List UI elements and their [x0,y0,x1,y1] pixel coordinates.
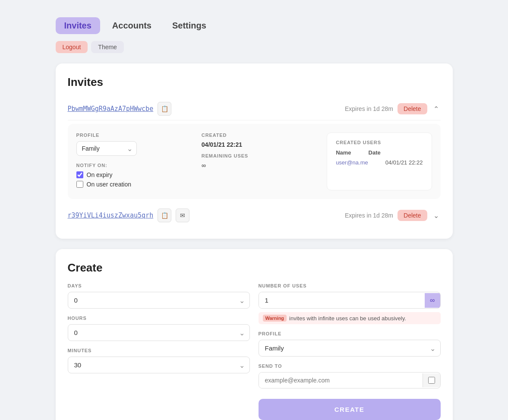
invites-title: Invites [68,76,441,89]
days-select[interactable]: 0 1 2 3 7 [68,292,250,309]
notify-label: NOTIFY ON: [76,163,184,168]
created-value: 04/01/21 22:21 [202,141,309,148]
hours-select-wrapper: 0 1 6 12 24 ⌄ [68,324,250,341]
created-label: CREATED [202,133,309,138]
notify-expiry-label: On expiry [87,171,113,178]
create-title: Create [68,261,441,275]
logout-button[interactable]: Logout [56,41,88,53]
minutes-label: MINUTES [68,348,250,353]
create-button[interactable]: CREATE [259,399,441,420]
notify-expiry-row: On expiry [76,171,184,178]
notify-user-label: On user creation [87,181,132,188]
remaining-label: REMAINING USES [202,153,309,158]
created-users-box: CREATED USERS Name Date user@na.me 04/01… [327,133,432,190]
send-to-checkbox[interactable] [428,377,435,384]
cu-date-header: Date [369,149,381,156]
invite-expiry-1: Expires in 1d 28m [176,105,393,112]
copy-button-1[interactable]: 📋 [158,102,171,116]
minutes-select[interactable]: 0 15 30 45 [68,357,250,373]
send-to-input[interactable] [259,373,423,388]
notify-user-checkbox[interactable] [76,181,83,188]
notify-user-row: On user creation [76,181,184,188]
invite-expanded-1: PROFILE Family ⌄ NOTIFY ON: On expiry [68,124,441,199]
hours-label: HOURS [68,316,250,321]
create-profile-select-wrapper: Family ⌄ [259,340,441,357]
infinity-button[interactable]: ∞ [425,293,440,308]
profile-group: PROFILE Family ⌄ [259,331,441,357]
send-to-wrapper [259,372,441,388]
warning-text: invites with infinite uses can be used a… [289,315,406,322]
invite-code-2[interactable]: r39YiVLi4iuszZwxau5qrh [68,212,154,219]
chevron-down-icon-2[interactable]: ⌄ [432,210,441,221]
send-to-group: SEND TO [259,363,441,388]
profile-label: PROFILE [76,133,184,138]
top-nav: Invites Accounts Settings [56,17,453,34]
invite-item-2: r39YiVLi4iuszZwxau5qrh 📋 ✉ Expires in 1d… [68,204,441,227]
warning-badge: Warning [263,315,287,322]
invite-row-2: r39YiVLi4iuszZwxau5qrh 📋 ✉ Expires in 1d… [68,204,441,227]
uses-input-wrapper: ∞ [259,292,441,309]
tab-invites[interactable]: Invites [56,17,100,34]
invite-code-1[interactable]: PbwmMWGgR9aAzA7pHWwcbe [68,105,154,113]
hours-group: HOURS 0 1 6 12 24 ⌄ [68,316,250,341]
email-icon-2[interactable]: ✉ [176,208,189,222]
cu-header: Name Date [336,149,423,156]
uses-group: NUMBER OF USES ∞ Warning invites with in… [259,283,441,324]
action-buttons: Logout Theme [56,41,453,53]
invite-item-1: PbwmMWGgR9aAzA7pHWwcbe 📋 Expires in 1d 2… [68,98,441,199]
uses-input[interactable] [259,292,425,308]
create-right-col: NUMBER OF USES ∞ Warning invites with in… [259,283,441,420]
hours-select[interactable]: 0 1 6 12 24 [68,324,250,341]
created-users-title: CREATED USERS [336,140,423,145]
invite-expiry-2: Expires in 1d 28m [194,212,393,219]
invite-details-col: PROFILE Family ⌄ NOTIFY ON: On expiry [76,133,184,190]
profile-select-wrapper: Family ⌄ [76,141,137,156]
days-group: DAYS 0 1 2 3 7 ⌄ [68,283,250,309]
days-select-wrapper: 0 1 2 3 7 ⌄ [68,292,250,309]
cu-user-date: 04/01/21 22:22 [385,159,423,166]
send-checkbox-wrapper [423,373,440,387]
create-profile-label: PROFILE [259,331,441,336]
minutes-select-wrapper: 0 15 30 45 ⌄ [68,357,250,373]
uses-label: NUMBER OF USES [259,283,441,288]
cu-user-name: user@na.me [336,159,368,166]
invite-meta-col: CREATED 04/01/21 22:21 REMAINING USES ∞ [202,133,309,190]
invites-card: Invites PbwmMWGgR9aAzA7pHWwcbe 📋 Expires… [56,63,453,239]
create-left-col: DAYS 0 1 2 3 7 ⌄ HOURS [68,283,250,420]
create-card: Create DAYS 0 1 2 3 7 ⌄ [56,249,453,420]
create-grid: DAYS 0 1 2 3 7 ⌄ HOURS [68,283,441,420]
remaining-value: ∞ [202,162,309,169]
invite-row-1: PbwmMWGgR9aAzA7pHWwcbe 📋 Expires in 1d 2… [68,98,441,120]
copy-button-2[interactable]: 📋 [158,208,171,222]
chevron-up-icon-1[interactable]: ⌃ [432,103,441,115]
create-profile-select[interactable]: Family [259,340,441,357]
minutes-group: MINUTES 0 15 30 45 ⌄ [68,348,250,373]
tab-accounts[interactable]: Accounts [104,17,160,34]
delete-button-1[interactable]: Delete [398,103,427,114]
cu-row-1: user@na.me 04/01/21 22:22 [336,159,423,166]
tab-settings[interactable]: Settings [164,17,215,34]
cu-name-header: Name [336,149,351,156]
theme-button[interactable]: Theme [91,41,124,53]
warning-banner: Warning invites with infinite uses can b… [259,312,441,324]
delete-button-2[interactable]: Delete [398,210,427,221]
notify-expiry-checkbox[interactable] [76,171,83,178]
profile-select-1[interactable]: Family [76,141,137,156]
days-label: DAYS [68,283,250,288]
send-to-label: SEND TO [259,363,441,369]
